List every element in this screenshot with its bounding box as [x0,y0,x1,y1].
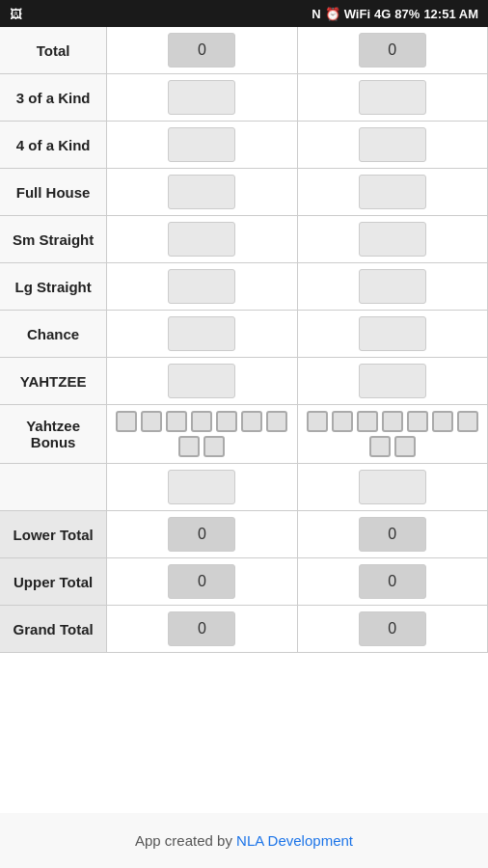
checkbox-cell-2[interactable] [297,405,487,464]
score-input-4oak-1[interactable] [168,127,235,162]
input-cell-4oak-2[interactable] [297,122,487,169]
label-subtotal [0,464,107,511]
bonus-checkbox-1-4[interactable] [191,411,212,432]
score-input-gt-2[interactable] [359,611,426,646]
input-cell-ls-2[interactable] [297,263,487,311]
score-input-4oak-2[interactable] [359,127,426,162]
input-cell-subtotal-2[interactable] [297,464,487,511]
score-input-chance-1[interactable] [168,316,235,351]
score-input-fh-1[interactable] [168,175,235,209]
input-cell-gt-1[interactable] [107,606,297,653]
time: 12:51 AM [423,7,478,21]
label-chance: Chance [0,311,107,358]
bonus-checkbox-1-5[interactable] [216,411,237,432]
footer-text: App created by [135,832,236,849]
score-input-yahtzee-2[interactable] [359,364,426,398]
bonus-checkbox-2-6[interactable] [432,411,453,432]
checkbox-group-1 [115,411,288,457]
input-cell-lt-1[interactable] [107,511,297,558]
score-input-total-2[interactable] [359,33,426,68]
photo-icon: 🖼 [10,7,22,21]
bonus-checkbox-1-3[interactable] [166,411,187,432]
input-cell-fh-2[interactable] [297,169,487,216]
input-cell-ls-1[interactable] [107,263,297,311]
table-row-three-of-a-kind: 3 of a Kind [0,74,488,122]
bonus-checkbox-1-8[interactable] [178,436,200,457]
input-cell-yahtzee-1[interactable] [107,358,297,405]
score-input-ls-2[interactable] [359,269,426,304]
input-cell-subtotal-1[interactable] [107,464,297,511]
bonus-checkbox-2-5[interactable] [407,411,428,432]
wifi-icon: WiFi [344,7,370,21]
score-input-3oak-1[interactable] [168,80,235,115]
input-cell-lt-2[interactable] [297,511,487,558]
label-full-house: Full House [0,169,107,216]
table-row-lg-straight: Lg Straight [0,263,488,311]
bonus-checkbox-2-4[interactable] [382,411,403,432]
bonus-checkbox-1-6[interactable] [241,411,262,432]
battery-percent: 87% [394,7,420,21]
bonus-checkbox-2-1[interactable] [307,411,328,432]
score-input-gt-1[interactable] [168,611,235,646]
label-lg-straight: Lg Straight [0,263,107,311]
signal-icon: 4G [374,7,391,21]
table-row-grand-total: Grand Total [0,606,488,653]
table-row-upper-total: Upper Total [0,558,488,606]
score-input-fh-2[interactable] [359,175,426,209]
input-cell-3oak-2[interactable] [297,74,487,122]
score-input-lt-2[interactable] [359,517,426,552]
checkbox-cell-1[interactable] [107,405,297,464]
score-input-ls-1[interactable] [168,269,235,304]
bonus-checkbox-1-2[interactable] [141,411,162,432]
input-cell-fh-1[interactable] [107,169,297,216]
input-cell-total-1[interactable] [107,27,297,74]
input-cell-4oak-1[interactable] [107,122,297,169]
table-row-full-house: Full House [0,169,488,216]
score-input-total-1[interactable] [168,33,235,68]
score-input-ss-1[interactable] [168,222,235,257]
status-right: N ⏰ WiFi 4G 87% 12:51 AM [312,7,478,21]
label-yahtzee-bonus: Yahtzee Bonus [0,405,107,464]
label-lower-total: Lower Total [0,511,107,558]
bonus-checkbox-1-9[interactable] [203,436,225,457]
status-bar: 🖼 N ⏰ WiFi 4G 87% 12:51 AM [0,0,488,27]
input-cell-yahtzee-2[interactable] [297,358,487,405]
table-row-chance: Chance [0,311,488,358]
bonus-checkbox-2-2[interactable] [332,411,353,432]
bonus-checkbox-2-7[interactable] [457,411,478,432]
input-cell-ut-2[interactable] [297,558,487,606]
score-input-lt-1[interactable] [168,517,235,552]
score-input-subtotal-1[interactable] [168,470,235,504]
score-input-ut-1[interactable] [168,564,235,599]
score-table: Total 3 of a Kind 4 of a Kind [0,27,488,653]
label-upper-total: Upper Total [0,558,107,606]
score-input-3oak-2[interactable] [359,80,426,115]
score-input-ss-2[interactable] [359,222,426,257]
score-input-subtotal-2[interactable] [359,470,426,504]
label-three-of-a-kind: 3 of a Kind [0,74,107,122]
score-input-chance-2[interactable] [359,316,426,351]
bonus-checkbox-2-8[interactable] [369,436,391,457]
input-cell-3oak-1[interactable] [107,74,297,122]
footer-link[interactable]: NLA Development [236,832,353,849]
input-cell-ss-2[interactable] [297,216,487,263]
score-input-yahtzee-1[interactable] [168,364,235,398]
score-input-ut-2[interactable] [359,564,426,599]
table-row-four-of-a-kind: 4 of a Kind [0,122,488,169]
checkbox-group-2 [306,411,479,457]
input-cell-total-2[interactable] [297,27,487,74]
label-sm-straight: Sm Straight [0,216,107,263]
input-cell-chance-1[interactable] [107,311,297,358]
input-cell-ss-1[interactable] [107,216,297,263]
bonus-checkbox-1-1[interactable] [116,411,137,432]
input-cell-chance-2[interactable] [297,311,487,358]
table-row-lower-total: Lower Total [0,511,488,558]
table-row-total: Total [0,27,488,74]
label-grand-total: Grand Total [0,606,107,653]
input-cell-ut-1[interactable] [107,558,297,606]
bonus-checkbox-2-9[interactable] [394,436,416,457]
bonus-checkbox-1-7[interactable] [266,411,287,432]
bonus-checkbox-2-3[interactable] [357,411,378,432]
input-cell-gt-2[interactable] [297,606,487,653]
label-total: Total [0,27,107,74]
